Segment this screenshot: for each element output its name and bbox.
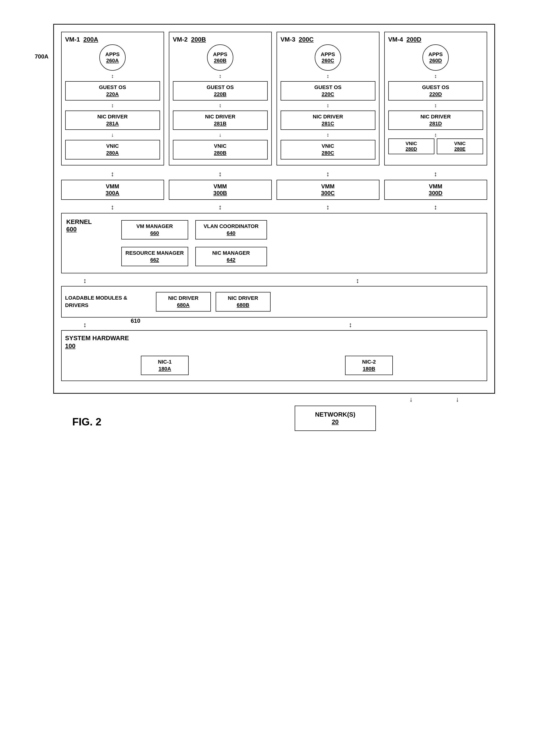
kernel-arrow3: ↕ bbox=[276, 203, 379, 211]
vlan-coordinator-box: VLAN COORDINATOR640 bbox=[195, 220, 267, 240]
vm1-ref: 200A bbox=[83, 36, 98, 43]
network-ref: 20 bbox=[332, 418, 339, 425]
vm2-arrow2: ↕ bbox=[173, 102, 268, 109]
vm4-arrow2: ↕ bbox=[388, 102, 483, 109]
kernel-arrow4: ↕ bbox=[384, 203, 487, 211]
resource-manager-box: RESOURCE MANAGER662 bbox=[121, 247, 188, 266]
vm1-label: VM-1 200A bbox=[65, 36, 160, 43]
vmm-a: VMM300A bbox=[61, 180, 164, 200]
vm3-box: VM-3 200C APPS260C ↕ GUEST OS220C ↕ NIC … bbox=[276, 32, 379, 165]
vm1-box: VM-1 200A APPS260A ↕ GUEST OS220A ↕ NIC … bbox=[61, 32, 164, 165]
vm1-guest-os: GUEST OS220A bbox=[65, 81, 160, 101]
vm3-vnic: VNIC280C bbox=[281, 140, 375, 159]
vm2-arrow1: ↕ bbox=[173, 73, 268, 79]
kernel-ref: 600 bbox=[66, 226, 77, 233]
outer-ref-label: 700A bbox=[35, 53, 48, 60]
vm2-vnic: VNIC280B bbox=[173, 140, 268, 159]
vmm-c: VMM300C bbox=[276, 180, 379, 200]
vm2-arrow3: ↓ bbox=[173, 132, 268, 138]
fig-label: FIG. 2 bbox=[72, 416, 101, 428]
vm2-box: VM-2 200B APPS260B ↕ GUEST OS220B ↕ NIC … bbox=[169, 32, 272, 165]
hw-right-arrow: ↕ bbox=[349, 321, 352, 329]
vm3-arrow2: ↕ bbox=[281, 102, 375, 109]
vmm-row: VMM300A VMM300B VMM300C VMM300D bbox=[61, 180, 487, 200]
vm4-vnic-e: VNIC280E bbox=[437, 139, 483, 154]
nic-manager-box: NIC MANAGER642 bbox=[195, 247, 267, 266]
nic-driver-680a: NIC DRIVER680A bbox=[156, 292, 211, 311]
left-managers: VM MANAGER660 RESOURCE MANAGER662 bbox=[121, 218, 188, 268]
vmm-arrow4: ↕ bbox=[384, 170, 487, 178]
nic-1: NIC-1180A bbox=[141, 356, 189, 375]
kernel-box: KERNEL600 VM MANAGER660 RESOURCE MANAGER… bbox=[61, 213, 487, 273]
network-arrow1: ↓ bbox=[410, 395, 413, 403]
vm2-guest-os: GUEST OS220B bbox=[173, 81, 268, 101]
vm3-apps: APPS260C bbox=[315, 44, 341, 71]
vm4-nic-driver: NIC DRIVER281D bbox=[388, 111, 483, 130]
loadable-ref-label: 610 bbox=[131, 318, 140, 324]
vm4-label: VM-4 200D bbox=[388, 36, 483, 43]
network-arrow2: ↓ bbox=[456, 395, 459, 403]
vm4-vnic-row: VNIC280D VNIC280E bbox=[388, 139, 483, 154]
vm1-nic-driver: NIC DRIVER281A bbox=[65, 111, 160, 130]
nic-2: NIC-2180B bbox=[345, 356, 393, 375]
vm4-vnic-d: VNIC280D bbox=[388, 139, 435, 154]
nic-driver-680b: NIC DRIVER680B bbox=[216, 292, 270, 311]
vm1-arrow3: ↓ bbox=[65, 132, 160, 138]
vm2-apps: APPS260B bbox=[207, 44, 233, 71]
hardware-box: SYSTEM HARDWARE100 NIC-1180A NIC-2180B bbox=[61, 330, 487, 381]
vm-manager-box: VM MANAGER660 bbox=[121, 220, 188, 240]
vm3-guest-os: GUEST OS220C bbox=[281, 81, 375, 101]
vm1-vnic: VNIC280A bbox=[65, 140, 160, 159]
vmm-arrow3: ↕ bbox=[276, 170, 379, 178]
vm4-arrow1: ↕ bbox=[388, 73, 483, 79]
vm2-nic-driver: NIC DRIVER281B bbox=[173, 111, 268, 130]
vm4-ref: 200D bbox=[406, 36, 421, 43]
hw-arrow-left: ↕ bbox=[61, 277, 109, 284]
vm4-apps: APPS260D bbox=[422, 44, 449, 71]
vmm-arrow1: ↕ bbox=[61, 170, 164, 178]
vm3-arrow3: ↕ bbox=[281, 132, 375, 138]
hw-arrow-right: ↕ bbox=[356, 277, 359, 284]
vm1-arrow1: ↕ bbox=[65, 73, 160, 79]
vm2-label: VM-2 200B bbox=[173, 36, 268, 43]
vmm-b: VMM300B bbox=[169, 180, 272, 200]
vm4-box: VM-4 200D APPS260D ↕ GUEST OS220D ↕ NIC … bbox=[384, 32, 487, 165]
nic-row: NIC-1180A NIC-2180B bbox=[65, 354, 469, 377]
hardware-ref: 100 bbox=[65, 342, 75, 350]
vm1-apps: APPS260A bbox=[99, 44, 125, 71]
hw-left-arrow: ↕ bbox=[61, 321, 109, 329]
kernel-label: KERNEL600 bbox=[66, 218, 114, 233]
vm3-arrow1: ↕ bbox=[281, 73, 375, 79]
right-managers: VLAN COORDINATOR640 NIC MANAGER642 bbox=[195, 218, 267, 268]
loadable-box: 610 LOADABLE MODULES & DRIVERS NIC DRIVE… bbox=[61, 286, 487, 317]
vm1-arrow2: ↕ bbox=[65, 102, 160, 109]
kernel-arrow1: ↕ bbox=[61, 203, 164, 211]
vm4-arrow3: ↕ bbox=[388, 132, 483, 138]
vm2-ref: 200B bbox=[191, 36, 206, 43]
vm3-nic-driver: NIC DRIVER281C bbox=[281, 111, 375, 130]
vm3-label: VM-3 200C bbox=[281, 36, 375, 43]
vmm-d: VMM300D bbox=[384, 180, 487, 200]
vm4-guest-os: GUEST OS220D bbox=[388, 81, 483, 101]
vmm-arrow2: ↕ bbox=[169, 170, 272, 178]
hardware-label: SYSTEM HARDWARE100 bbox=[65, 334, 483, 351]
vm3-ref: 200C bbox=[299, 36, 313, 43]
loadable-label: LOADABLE MODULES & DRIVERS bbox=[65, 295, 132, 309]
kernel-arrow2: ↕ bbox=[169, 203, 272, 211]
network-box: NETWORK(S)20 bbox=[295, 406, 376, 431]
vm-row: VM-1 200A APPS260A ↕ GUEST OS220A ↕ NIC … bbox=[61, 32, 487, 165]
